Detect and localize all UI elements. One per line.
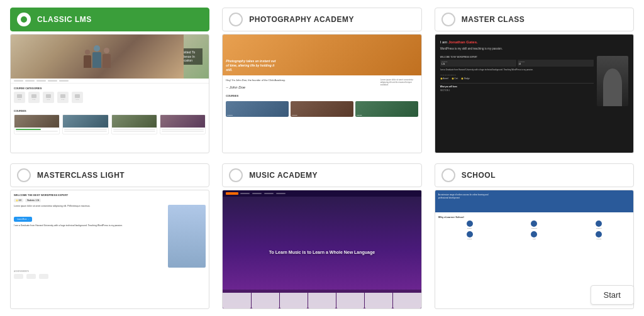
radio-mclight[interactable] — [17, 168, 31, 182]
photo-hero-text: Photography takes an instant out of time… — [226, 59, 276, 72]
card-header-school[interactable]: SCHOOL — [435, 163, 634, 187]
card-header-mclight[interactable]: MASTERCLASS LIGHT — [10, 163, 209, 187]
radio-photography[interactable] — [229, 13, 243, 26]
school-header-text: An extensive range of online courses for… — [438, 193, 489, 199]
photo-signature: ~ John Doe — [226, 85, 377, 89]
course-card-4 — [160, 114, 206, 134]
nav-dot-3 — [36, 80, 46, 82]
school-content: Why eLearner School Expert Courses Suppo… — [435, 212, 633, 246]
start-button[interactable]: Start — [591, 285, 634, 305]
course-card-2 — [62, 114, 108, 134]
course-img-2 — [63, 115, 108, 128]
music-nav-link-4 — [276, 193, 286, 194]
key-6 — [365, 293, 392, 308]
card-header-classic-lms[interactable]: CLASSIC LMS — [10, 8, 209, 31]
master-welcome: WELCOME TO MY WORDPRESS EXPERT — [440, 56, 594, 58]
mini-course-3: Course — [355, 101, 418, 117]
preview-photography: Photography takes an instant out of time… — [222, 34, 421, 153]
master-name-highlight: Jonathan Gates. — [448, 40, 478, 44]
music-nav-link-3 — [264, 193, 274, 194]
cat-text-3: CAT — [47, 99, 50, 101]
course-info-2 — [63, 128, 108, 134]
course-img-4 — [160, 115, 205, 128]
info-val-2: 24 — [519, 63, 592, 65]
person-1 — [84, 50, 91, 68]
feature-icon-1 — [467, 221, 473, 227]
card-classic-lms[interactable]: CLASSIC LMS — [10, 8, 209, 153]
card-music-academy[interactable]: MUSIC ACADEMY To Learn Music is to Learn… — [222, 163, 421, 309]
info-block-1: Students 1.2k — [440, 60, 516, 67]
radio-master[interactable] — [441, 13, 455, 26]
course-info-1 — [14, 128, 59, 134]
course-info-3 — [112, 128, 157, 134]
mc-header: WELCOME THE BEST WORDPRESS EXPERT — [14, 193, 206, 197]
feature-icon-2 — [531, 221, 537, 227]
cat-img-3 — [46, 94, 51, 98]
card-header-music[interactable]: MUSIC ACADEMY — [222, 163, 421, 187]
key-3 — [280, 293, 308, 308]
key-5 — [336, 293, 364, 308]
nav-dot-2 — [25, 80, 35, 82]
course-info-4 — [160, 128, 205, 134]
card-header-photography[interactable]: PHOTOGRAPHY ACADEMY — [222, 8, 421, 31]
course-bar-6 — [113, 131, 155, 132]
achieve-item-2: ⭐ Cert — [452, 77, 458, 80]
person-body-1 — [84, 55, 91, 68]
mc-stat-2: Students: 1.2k — [25, 199, 41, 202]
feature-label-6: Access — [596, 238, 601, 240]
master-info-row: Students 1.2k Courses 24 — [440, 60, 594, 67]
photo-hero: Photography takes an instant out of time… — [223, 35, 421, 75]
feature-item-6: Access — [567, 231, 630, 240]
cat-icon-1: CAT — [14, 92, 25, 103]
music-nav-links — [240, 193, 286, 194]
card-header-master[interactable]: MASTER CLASS — [435, 8, 634, 31]
categories-label: COURSE CATEGORIES — [14, 87, 206, 90]
radio-classic-lms[interactable] — [17, 13, 31, 26]
master-name-text: I am Jonathan Gates. — [440, 40, 628, 45]
people-silhouettes — [84, 45, 111, 68]
card-masterclass-light[interactable]: MASTERCLASS LIGHT WELCOME THE BEST WORDP… — [10, 163, 209, 309]
mc-bio: I am a Graduate from Harvard University … — [14, 224, 165, 227]
school-features-grid: Expert Courses Support Videos — [438, 221, 630, 240]
radio-school[interactable] — [441, 168, 455, 182]
feature-item-1: Expert — [438, 221, 501, 229]
card-photography-academy[interactable]: PHOTOGRAPHY ACADEMY Photography takes an… — [222, 8, 421, 153]
photo-left: Hey! I'm John Doe, the founder of the Cl… — [226, 79, 377, 89]
courses-section: COURSES — [11, 109, 209, 138]
mc-achievement-1 — [14, 274, 23, 279]
person-photo — [597, 56, 628, 106]
music-keys — [223, 290, 421, 308]
cat-img-5 — [75, 94, 80, 98]
photo-courses-label: COURSES — [223, 92, 421, 99]
feature-icon-4 — [467, 231, 473, 237]
radio-inner-classic-lms — [21, 16, 27, 23]
person-silhouette — [603, 68, 622, 106]
feature-item-5: Cert — [502, 231, 565, 240]
mc-stat-1: ⭐ 4.8 — [14, 199, 23, 202]
mc-left: Lorem ipsum dolor sit amet consectetur a… — [14, 205, 165, 268]
mini-course-2: Course — [291, 101, 353, 117]
master-right — [597, 56, 628, 106]
cat-img-2 — [31, 94, 36, 98]
key-7 — [393, 293, 421, 308]
mc-right-photo — [168, 205, 206, 268]
feature-label-4: Videos — [467, 238, 472, 240]
card-title-master: MASTER CLASS — [462, 15, 525, 24]
course-cards-row — [14, 114, 206, 134]
music-hero: To Learn Music is to Learn a Whole New L… — [223, 197, 421, 308]
key-4 — [308, 293, 336, 308]
mc-content: Lorem ipsum dolor sit amet consectetur a… — [14, 205, 206, 268]
mini-course-1: Course — [226, 101, 289, 117]
category-icons-row: CAT CAT CAT CAT — [14, 92, 206, 103]
card-master-class[interactable]: MASTER CLASS I am Jonathan Gates. WordPr… — [435, 8, 634, 153]
course-bar-3 — [64, 129, 106, 130]
preview-master-class: I am Jonathan Gates. WordPress is my ski… — [435, 34, 634, 153]
nav-dot-5 — [59, 80, 69, 82]
person-head-2 — [94, 45, 100, 52]
course-bar-5 — [113, 129, 155, 130]
person-head-3 — [104, 48, 109, 53]
radio-music[interactable] — [229, 168, 243, 182]
mc-achievement-3 — [39, 274, 48, 279]
mini-course-label-2: Course — [292, 114, 297, 116]
card-title-classic-lms: CLASSIC LMS — [37, 15, 92, 24]
